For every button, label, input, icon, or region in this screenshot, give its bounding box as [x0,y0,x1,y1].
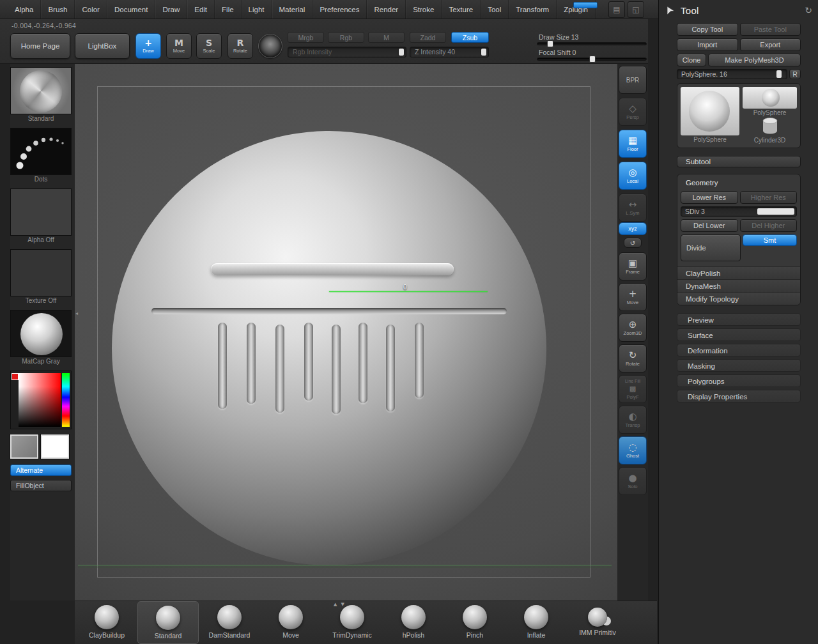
menubar-blue-widget[interactable] [573,2,598,8]
paste-tool-button[interactable]: Paste Tool [740,23,801,36]
focal-shift-slider[interactable] [537,57,647,61]
bottom-tray-toggle[interactable]: ▲ ▼ [334,602,346,607]
deformation-palette-header[interactable]: Deformation [677,344,801,356]
brush-preset-inflate[interactable]: Inflate [505,601,567,644]
move-canvas-button[interactable]: + Move [619,283,647,311]
home-page-button[interactable]: Home Page [10,33,70,59]
spin-widget[interactable]: ↺ [624,238,642,248]
active-tool-thumb[interactable]: PolySphere [681,87,739,144]
current-stroke-selector[interactable]: Dots [10,128,72,184]
cylinder3d-thumb[interactable]: Cylinder3D [743,117,797,144]
mrgb-button[interactable]: Mrgb [288,32,324,43]
color-picker[interactable] [10,371,72,429]
fillobject-button[interactable]: FillObject [10,480,72,491]
texture-thumbnail[interactable] [10,249,72,296]
tool-name-slider[interactable]: PolySphere. 16 [677,69,787,79]
current-brush-selector[interactable]: Standard [10,67,72,123]
menu-stroke[interactable]: Stroke [406,0,442,19]
brush-preset-claybuildup[interactable]: ClayBuildup [76,601,137,644]
stroke-thumbnail[interactable] [10,128,72,175]
preview-palette-header[interactable]: Preview [677,313,801,326]
display-properties-palette-header[interactable]: Display Properties [677,390,801,402]
frame-button[interactable]: ▣ Frame [619,252,647,280]
draw-size-slider[interactable] [537,42,647,45]
persp-button[interactable]: ◇ Persp [619,98,647,126]
polysphere-model[interactable] [112,131,546,565]
menu-render[interactable]: Render [367,0,406,19]
lightbox-button[interactable]: LightBox [75,33,130,59]
brush-thumbnail[interactable] [10,67,72,114]
tool-name-slider-handle[interactable] [776,70,782,78]
polyframe-button[interactable]: Line Fill ▩ PolyF [619,375,647,403]
menu-tool[interactable]: Tool [481,0,509,19]
divide-button[interactable]: Divide [681,234,741,261]
move-mode-button[interactable]: M Move [166,33,192,59]
masking-palette-header[interactable]: Masking [677,359,801,372]
clone-button[interactable]: Clone [677,54,706,66]
export-button[interactable]: Export [740,38,801,51]
ghost-button[interactable]: ◌ Ghost [619,436,647,464]
subtool-palette-header[interactable]: Subtool [677,156,801,167]
bpr-button[interactable]: BPR [619,66,647,94]
menu-draw[interactable]: Draw [155,0,187,19]
rotate-canvas-button[interactable]: ↻ Rotate [619,344,647,372]
secondary-color-swatch[interactable] [41,434,69,459]
sdiv-slider[interactable]: SDiv 3 [681,206,797,217]
current-brush-preview-icon[interactable] [258,34,282,58]
del-lower-button[interactable]: Del Lower [681,219,738,232]
menu-light[interactable]: Light [242,0,272,19]
higher-res-button[interactable]: Higher Res [740,191,798,204]
brush-preset-damstandard[interactable]: DamStandard [199,601,260,644]
sdiv-slider-fill[interactable] [757,208,794,215]
dynamesh-header[interactable]: DynaMesh [677,279,800,292]
modify-topology-header[interactable]: Modify Topology [677,292,800,305]
canvas-viewport[interactable]: 0 ◂ [75,64,617,601]
tray-divider[interactable] [648,19,658,644]
solo-button[interactable]: ● Solo [619,467,647,495]
menu-edit[interactable]: Edit [187,0,215,19]
polygroups-palette-header[interactable]: Polygroups [677,374,801,387]
xyz-button[interactable]: xyz [619,222,647,235]
current-alpha-selector[interactable]: Alpha Off [10,188,72,245]
menu-transform[interactable]: Transform [509,0,557,19]
menu-brush[interactable]: Brush [41,0,75,19]
import-button[interactable]: Import [677,38,738,51]
menu-alpha[interactable]: Alpha [8,0,41,19]
lsym-button[interactable]: ↔ L.Sym [619,194,647,222]
menu-document[interactable]: Document [107,0,155,19]
brush-preset-move[interactable]: Move [260,601,321,644]
menubar-widget-icon[interactable]: ▤ [608,1,625,18]
scale-mode-button[interactable]: S Scale [196,33,222,59]
geometry-palette-header[interactable]: Geometry [681,178,797,188]
brush-preset-trimdynamic[interactable]: TrimDynamic [321,601,383,644]
rotate-mode-button[interactable]: R Rotate [228,33,253,59]
brush-preset-imm-primitiv[interactable]: IMM Primitiv [567,601,628,644]
menu-texture[interactable]: Texture [442,0,481,19]
zoom3d-button[interactable]: ⊕ Zoom3D [619,314,647,342]
make-polymesh3d-button[interactable]: Make PolyMesh3D [708,54,801,66]
rgb-intensity-handle[interactable] [399,49,404,56]
draw-size-handle[interactable] [547,40,553,47]
current-texture-selector[interactable]: Texture Off [10,249,72,305]
transp-button[interactable]: ◐ Transp [619,406,647,434]
refresh-icon[interactable]: ↻ [805,5,812,15]
brush-preset-standard[interactable]: Standard [137,601,199,644]
m-button[interactable]: M [368,32,405,43]
zsub-button[interactable]: Zsub [451,32,489,43]
copy-tool-button[interactable]: Copy Tool [677,23,738,36]
lower-res-button[interactable]: Lower Res [681,191,738,204]
menu-preferences[interactable]: Preferences [313,0,367,19]
rgb-button[interactable]: Rgb [328,32,364,43]
del-higher-button[interactable]: Del Higher [740,219,798,232]
surface-palette-header[interactable]: Surface [677,328,801,341]
left-tray-toggle[interactable]: ◂ [75,310,78,316]
local-button[interactable]: ◎ Local [619,162,647,190]
saturation-value-area[interactable] [19,373,61,427]
alpha-thumbnail[interactable] [10,188,72,236]
current-material-selector[interactable]: MatCap Gray [10,310,72,366]
menu-file[interactable]: File [215,0,242,19]
hue-strip[interactable] [62,373,70,427]
zadd-button[interactable]: Zadd [410,32,446,43]
claypolish-header[interactable]: ClayPolish [677,266,800,279]
rgb-intensity-slider[interactable]: Rgb Intensity [288,47,406,57]
